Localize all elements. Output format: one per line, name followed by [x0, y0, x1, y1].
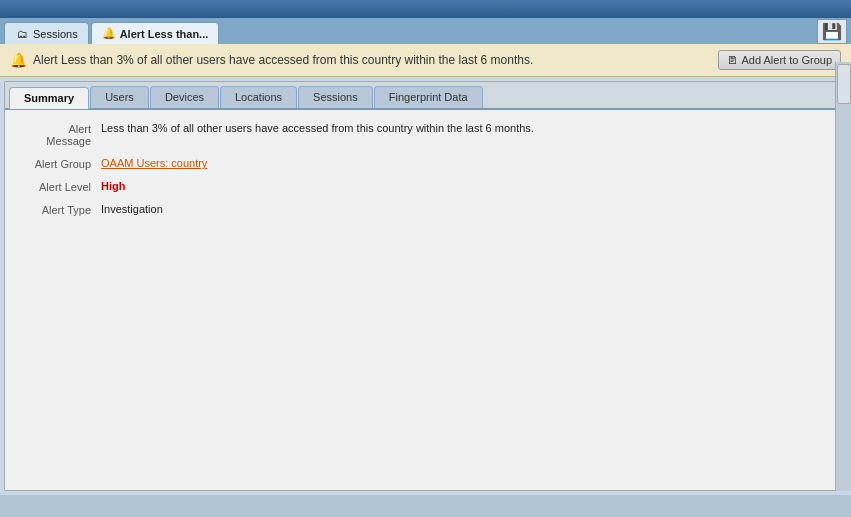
tab-locations[interactable]: Locations: [220, 86, 297, 108]
scrollbar[interactable]: [835, 62, 851, 491]
summary-content: Alert Message Less than 3% of all other …: [5, 110, 846, 490]
add-alert-icon: 🖹: [727, 54, 738, 66]
alert-level-label: Alert Level: [21, 180, 101, 193]
alert-type-row: Alert Type Investigation: [21, 203, 830, 216]
alert-tab-label: Alert Less than...: [120, 28, 209, 40]
add-alert-label: Add Alert to Group: [742, 54, 833, 66]
tab-summary[interactable]: Summary: [9, 87, 89, 109]
alert-message-row: Alert Message Less than 3% of all other …: [21, 122, 830, 147]
sessions-tab[interactable]: 🗂 Sessions: [4, 22, 89, 44]
alert-message-value: Less than 3% of all other users have acc…: [101, 122, 534, 134]
alert-tab-icon: 🔔: [102, 27, 116, 41]
inner-panel: Summary Users Devices Locations Sessions…: [4, 81, 847, 491]
nav-tab-bar: Summary Users Devices Locations Sessions…: [5, 82, 846, 110]
tab-devices[interactable]: Devices: [150, 86, 219, 108]
tab-sessions[interactable]: Sessions: [298, 86, 373, 108]
alert-header-left: 🔔 Alert Less than 3% of all other users …: [10, 52, 533, 68]
alert-group-label: Alert Group: [21, 157, 101, 170]
alert-type-value: Investigation: [101, 203, 163, 215]
scrollbar-thumb[interactable]: [837, 64, 851, 104]
alert-header-message: Alert Less than 3% of all other users ha…: [33, 53, 533, 67]
alert-message-label: Alert Message: [21, 122, 101, 147]
save-button[interactable]: 💾: [817, 19, 847, 44]
alert-level-value: High: [101, 180, 125, 192]
add-alert-to-group-button[interactable]: 🖹 Add Alert to Group: [718, 50, 842, 70]
alert-tab[interactable]: 🔔 Alert Less than...: [91, 22, 220, 44]
sessions-tab-icon: 🗂: [15, 27, 29, 41]
alert-group-row: Alert Group OAAM Users: country: [21, 157, 830, 170]
browser-tab-bar: 🗂 Sessions 🔔 Alert Less than... 💾: [0, 18, 851, 44]
alert-header: 🔔 Alert Less than 3% of all other users …: [0, 44, 851, 77]
sessions-tab-label: Sessions: [33, 28, 78, 40]
alert-group-value[interactable]: OAAM Users: country: [101, 157, 207, 169]
alert-header-icon: 🔔: [10, 52, 27, 68]
main-content: Summary Users Devices Locations Sessions…: [0, 77, 851, 495]
alert-level-row: Alert Level High: [21, 180, 830, 193]
alert-type-label: Alert Type: [21, 203, 101, 216]
tab-users[interactable]: Users: [90, 86, 149, 108]
tab-fingerprint[interactable]: Fingerprint Data: [374, 86, 483, 108]
top-bar: [0, 0, 851, 18]
